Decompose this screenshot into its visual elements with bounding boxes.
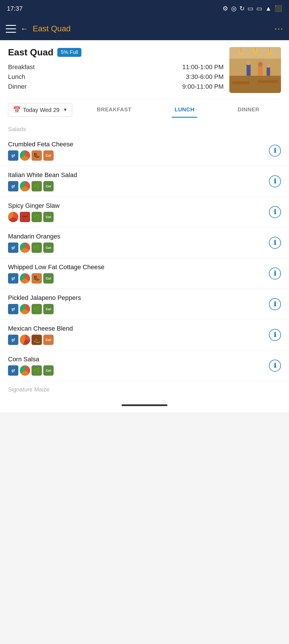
color-wheel-icon: [20, 304, 30, 314]
svg-point-10: [246, 61, 251, 65]
hamburger-menu[interactable]: [6, 24, 16, 34]
lock-icon: ▭: [256, 5, 262, 12]
info-button[interactable]: ℹ: [269, 237, 281, 249]
gluten-free-icon: gf: [8, 150, 18, 161]
diet-icons: gf 🌿 Co2: [8, 365, 266, 376]
hours-row-breakfast: Breakfast 11:00-1:00 PM: [8, 63, 224, 71]
info-button[interactable]: ℹ: [269, 145, 281, 157]
info-button[interactable]: ℹ: [269, 298, 281, 310]
wifi-icon: ▲: [265, 5, 272, 12]
co2-icon: Co2: [43, 150, 54, 161]
menu-item-spicy-ginger-slaw: Spicy Ginger Slaw 〰 🌿 Co2 ℹ: [0, 197, 289, 228]
item-name: Mexican Cheese Blend: [8, 325, 266, 332]
hours-row-dinner: Dinner 9:00-11:00 PM: [8, 83, 224, 90]
leaf-icon: 🌿: [32, 212, 42, 222]
capacity-badge: 5% Full: [57, 48, 81, 57]
svg-rect-15: [232, 82, 249, 84]
wave-icon: 〰: [20, 212, 30, 222]
diet-icons: gf 🥾 Co2: [8, 273, 266, 284]
menu-section-salads: Salads Crumbled Feta Cheese gf 🥾 Co2 ℹ I…: [0, 121, 289, 381]
svg-point-14: [266, 64, 270, 68]
timer-icon: ◎: [231, 5, 237, 12]
breakfast-label: Breakfast: [8, 63, 35, 71]
lunch-label: Lunch: [8, 73, 25, 81]
boot-icon: 🥾: [32, 335, 42, 345]
item-name: Corn Salsa: [8, 356, 266, 363]
item-name: Mandarin Oranges: [8, 233, 266, 240]
menu-section-signature-maize: Signature Maize: [0, 381, 289, 398]
home-bar: [122, 404, 167, 406]
more-options-button[interactable]: ⋯: [274, 23, 283, 34]
leaf-icon: 🌿: [32, 181, 42, 191]
color-wheel-icon: [20, 181, 30, 191]
section-label-signature-maize: Signature Maize: [0, 381, 289, 398]
leaf-icon: 🌿: [32, 365, 42, 376]
svg-rect-13: [267, 67, 270, 76]
menu-item-whipped-low-fat-cottage-cheese: Whipped Low Fat Cottage Cheese gf 🥾 Co2 …: [0, 258, 289, 289]
co2-icon: Co2: [43, 181, 54, 191]
back-button[interactable]: ←: [21, 24, 28, 33]
item-name: Pickled Jalapeno Peppers: [8, 294, 266, 302]
date-text: Today Wed 29: [23, 107, 60, 113]
color-wheel-icon: [20, 365, 30, 376]
cast-icon: ▭: [247, 5, 253, 12]
diet-icons: gf 🌿 Co2: [8, 181, 266, 191]
menu-item-italian-white-bean-salad: Italian White Bean Salad gf 🌿 Co2 ℹ: [0, 166, 289, 197]
info-button[interactable]: ℹ: [269, 360, 281, 372]
boot-icon: 🥾: [32, 150, 42, 161]
info-button[interactable]: ℹ: [269, 267, 281, 280]
date-tabs-row: 📅 Today Wed 29 ▼ BREAKFAST LUNCH DINNER: [8, 99, 281, 121]
date-picker[interactable]: 📅 Today Wed 29 ▼: [8, 103, 72, 117]
svg-rect-11: [258, 66, 263, 76]
diet-icons: gf 🌿 Co2: [8, 304, 266, 314]
menu-item-mandarin-oranges: Mandarin Oranges gf 🌿 Co2 ℹ: [0, 228, 289, 258]
diet-icons: gf 🥾 Co2: [8, 150, 266, 161]
item-name: Spicy Ginger Slaw: [8, 202, 266, 210]
tab-lunch[interactable]: LUNCH: [172, 102, 197, 118]
boot-icon: 🥾: [32, 273, 42, 284]
menu-item-pickled-jalapeno-peppers: Pickled Jalapeno Peppers gf 🌿 Co2 ℹ: [0, 289, 289, 320]
gluten-free-icon: gf: [8, 273, 18, 284]
refresh-icon: ↻: [239, 5, 245, 12]
diet-icons: gf 🥾 Co2: [8, 335, 266, 345]
color-wheel-icon: [20, 335, 30, 345]
leaf-icon: 🌿: [32, 304, 42, 314]
section-label-salads: Salads: [0, 121, 289, 135]
item-name: Italian White Bean Salad: [8, 171, 266, 179]
header-left: East Quad 5% Full Breakfast 11:00-1:00 P…: [8, 47, 224, 93]
color-wheel-icon: [20, 273, 30, 284]
tab-breakfast[interactable]: BREAKFAST: [94, 102, 134, 118]
gluten-free-icon: gf: [8, 304, 18, 314]
lunch-time: 3:30-6:00 PM: [186, 73, 224, 81]
info-button[interactable]: ℹ: [269, 206, 281, 218]
co2-icon: Co2: [43, 212, 54, 222]
color-wheel-icon: [20, 243, 30, 253]
tab-dinner[interactable]: DINNER: [235, 102, 262, 118]
svg-rect-16: [258, 80, 278, 83]
item-name: Whipped Low Fat Cottage Cheese: [8, 263, 266, 271]
dinner-time: 9:00-11:00 PM: [182, 83, 224, 90]
header-title-row: East Quad 5% Full: [8, 47, 224, 58]
status-bar: 17:37 ⚙ ◎ ↻ ▭ ▭ ▲ ⬛: [0, 0, 289, 17]
nav-bar: ← East Quad ⋯: [0, 17, 289, 40]
header-section: East Quad 5% Full Breakfast 11:00-1:00 P…: [8, 47, 281, 99]
diet-icons: 〰 🌿 Co2: [8, 212, 266, 222]
settings-icon: ⚙: [222, 5, 228, 12]
nav-title: East Quad: [33, 24, 274, 33]
info-button[interactable]: ℹ: [269, 329, 281, 341]
dinner-label: Dinner: [8, 83, 27, 90]
gluten-free-icon: gf: [8, 365, 18, 376]
menu-item-corn-salsa: Corn Salsa gf 🌿 Co2 ℹ: [0, 350, 289, 381]
hours-row-lunch: Lunch 3:30-6:00 PM: [8, 73, 224, 81]
breakfast-time: 11:00-1:00 PM: [182, 63, 224, 71]
status-icons: ⚙ ◎ ↻ ▭ ▭ ▲ ⬛: [222, 5, 282, 12]
menu-item-mexican-cheese-blend: Mexican Cheese Blend gf 🥾 Co2 ℹ: [0, 320, 289, 350]
co2-icon: Co2: [43, 243, 54, 253]
color-wheel-icon: [20, 150, 30, 161]
menu-item-crumbled-feta-cheese: Crumbled Feta Cheese gf 🥾 Co2 ℹ: [0, 135, 289, 166]
hours-table: Breakfast 11:00-1:00 PM Lunch 3:30-6:00 …: [8, 63, 224, 90]
svg-point-12: [258, 62, 263, 67]
leaf-icon: 🌿: [32, 243, 42, 253]
diet-icons: gf 🌿 Co2: [8, 243, 266, 253]
info-button[interactable]: ℹ: [269, 175, 281, 187]
